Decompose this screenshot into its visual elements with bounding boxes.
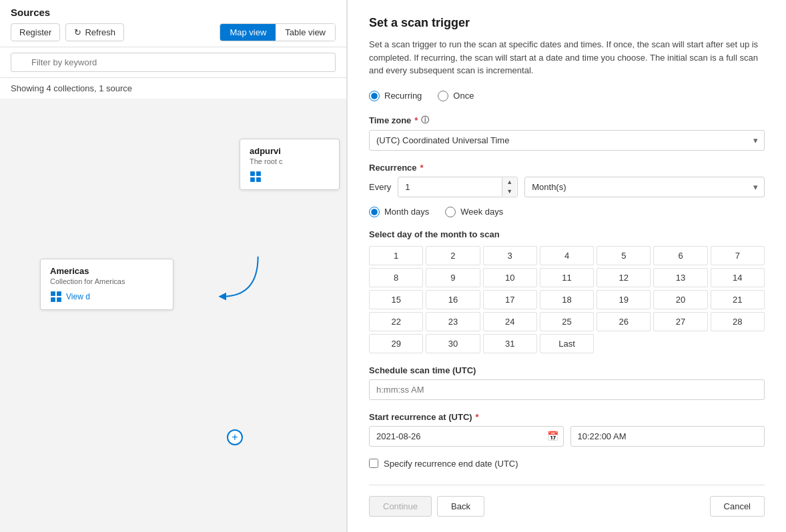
svg-rect-1	[256, 171, 261, 176]
timezone-section: Time zone * ⓘ (UTC) Coordinated Universa…	[369, 115, 765, 151]
calendar-day-5[interactable]: 5	[597, 246, 651, 265]
continue-button[interactable]: Continue	[369, 496, 432, 517]
view-toggle: Map view Table view	[220, 23, 336, 41]
once-label: Once	[453, 91, 474, 101]
calendar-day-13[interactable]: 13	[653, 268, 707, 287]
calendar-day-8[interactable]: 8	[369, 268, 423, 287]
americas-node-subtitle: Collection for Americas	[50, 277, 163, 285]
calendar-day-9[interactable]: 9	[426, 268, 480, 287]
back-button[interactable]: Back	[437, 496, 484, 517]
spinner-down-button[interactable]: ▼	[502, 187, 516, 196]
timezone-label: Time zone * ⓘ	[369, 115, 765, 126]
calendar-day-29[interactable]: 29	[369, 334, 423, 353]
recurring-radio[interactable]	[369, 91, 380, 101]
calendar-day-15[interactable]: 15	[369, 290, 423, 309]
period-select[interactable]: Month(s) Week(s) Day(s)	[524, 177, 765, 197]
calendar-day-3[interactable]: 3	[483, 246, 537, 265]
calendar-day-11[interactable]: 11	[540, 268, 594, 287]
end-date-row: Specify recurrence end date (UTC)	[369, 459, 765, 469]
calendar-day-2[interactable]: 2	[426, 246, 480, 265]
americas-node-icon-row: View d	[50, 291, 163, 303]
calendar-day-21[interactable]: 21	[711, 290, 765, 309]
sources-title: Sources	[11, 7, 336, 18]
calendar-day-1[interactable]: 1	[369, 246, 423, 265]
calendar-day-4[interactable]: 4	[540, 246, 594, 265]
time-input-wrap	[570, 426, 765, 447]
scan-time-input[interactable]	[369, 379, 765, 400]
calendar-trigger-icon[interactable]: 📅	[547, 431, 558, 441]
timezone-required-star: *	[414, 115, 418, 125]
calendar-day-14[interactable]: 14	[711, 268, 765, 287]
week-days-radio[interactable]	[445, 207, 456, 217]
svg-rect-0	[250, 171, 255, 176]
once-option[interactable]: Once	[438, 91, 474, 101]
spinner-up-button[interactable]: ▲	[502, 178, 516, 187]
once-radio[interactable]	[438, 91, 448, 101]
calendar-day-28[interactable]: 28	[711, 312, 765, 331]
map-view-button[interactable]: Map view	[220, 24, 276, 41]
calendar-day-26[interactable]: 26	[597, 312, 651, 331]
register-button[interactable]: Register	[11, 23, 60, 41]
root-node-subtitle: The root c	[250, 157, 330, 165]
calendar-day-7[interactable]: 7	[711, 246, 765, 265]
calendar-day-31[interactable]: 31	[483, 334, 537, 353]
calendar-day-27[interactable]: 27	[653, 312, 707, 331]
calendar-day-20[interactable]: 20	[653, 290, 707, 309]
showing-text: Showing 4 collections, 1 source	[0, 78, 346, 99]
calendar-day-30[interactable]: 30	[426, 334, 480, 353]
start-recurrence-label: Start recurrence at (UTC) *	[369, 412, 765, 422]
recurring-label: Recurring	[384, 91, 422, 101]
day-type-row: Month days Week days	[369, 207, 765, 217]
calendar-day-19[interactable]: 19	[597, 290, 651, 309]
timezone-info-icon[interactable]: ⓘ	[421, 115, 429, 126]
calendar-day-18[interactable]: 18	[540, 290, 594, 309]
root-node-title: adpurvi	[250, 146, 330, 156]
start-recurrence-required-star: *	[476, 412, 479, 422]
week-days-label: Week days	[460, 207, 503, 217]
svg-rect-5	[57, 291, 61, 296]
recurrence-label: Recurrence *	[369, 163, 765, 173]
calendar-day-12[interactable]: 12	[597, 268, 651, 287]
filter-input[interactable]	[11, 53, 336, 72]
americas-node-title: Americas	[50, 266, 163, 276]
recurrence-number-wrap: ▲ ▼	[398, 177, 518, 197]
month-days-radio[interactable]	[369, 207, 380, 217]
timezone-select[interactable]: (UTC) Coordinated Universal Time	[369, 130, 765, 151]
end-date-checkbox[interactable]	[369, 459, 378, 468]
week-days-option[interactable]: Week days	[445, 207, 503, 217]
add-node-button[interactable]: +	[227, 429, 243, 445]
map-area: adpurvi The root c Americas	[0, 99, 346, 532]
spinner-btns: ▲ ▼	[502, 178, 516, 196]
calendar-day-10[interactable]: 10	[483, 268, 537, 287]
svg-rect-4	[51, 291, 55, 296]
recurrence-number-input[interactable]	[398, 177, 518, 197]
date-input[interactable]	[369, 426, 564, 447]
root-node-icon-row	[250, 171, 330, 183]
root-grid-icon	[250, 171, 262, 183]
calendar-day-22[interactable]: 22	[369, 312, 423, 331]
calendar-day-25[interactable]: 25	[540, 312, 594, 331]
right-panel: Set a scan trigger Set a scan trigger to…	[348, 0, 786, 532]
month-days-option[interactable]: Month days	[369, 207, 429, 217]
month-days-label: Month days	[384, 207, 429, 217]
filter-bar: ⊘	[0, 47, 346, 78]
americas-node: Americas Collection for Americas View d	[40, 259, 173, 310]
svg-rect-2	[250, 177, 255, 182]
calendar-day-17[interactable]: 17	[483, 290, 537, 309]
calendar-day-6[interactable]: 6	[653, 246, 707, 265]
cancel-button[interactable]: Cancel	[710, 496, 765, 517]
table-view-button[interactable]: Table view	[276, 24, 335, 41]
recurrence-row: Every ▲ ▼ Month(s) Week(s) Day(s)	[369, 177, 765, 197]
refresh-button[interactable]: ↻ Refresh	[65, 23, 124, 41]
calendar-grid: 1234567891011121314151617181920212223242…	[369, 246, 765, 353]
time-input[interactable]	[570, 426, 765, 447]
view-details-link[interactable]: View d	[66, 292, 90, 301]
calendar-day-23[interactable]: 23	[426, 312, 480, 331]
start-recurrence-row: 📅	[369, 426, 765, 447]
footer-buttons: Continue Back Cancel	[369, 485, 765, 517]
calendar-day-24[interactable]: 24	[483, 312, 537, 331]
calendar-day-16[interactable]: 16	[426, 290, 480, 309]
recurring-option[interactable]: Recurring	[369, 91, 422, 101]
americas-grid-icon	[50, 291, 62, 303]
calendar-day-last[interactable]: Last	[540, 334, 594, 353]
